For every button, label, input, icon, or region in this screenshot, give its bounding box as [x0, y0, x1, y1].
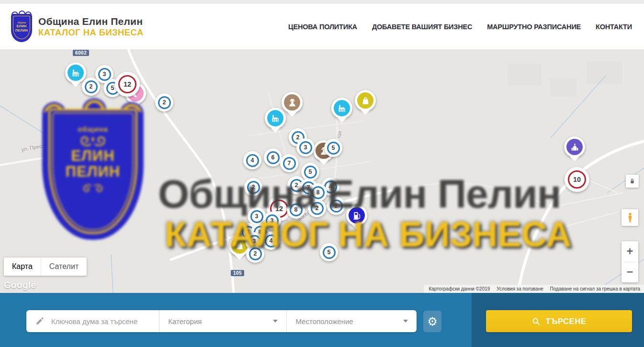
bag-icon [235, 241, 245, 251]
municipality-logo-icon: община ЕЛИН ПЕЛИН [11, 11, 33, 42]
cluster-count: 8 [290, 203, 303, 216]
map-cluster-marker[interactable]: 4 [243, 151, 261, 169]
keyword-search-input[interactable] [26, 310, 159, 332]
nav-item-route-schedule[interactable]: МАРШРУТНО РАЗПИСАНИЕ [487, 23, 581, 31]
gas-icon [352, 211, 362, 221]
map-cluster-marker[interactable]: 12 [115, 72, 140, 97]
cluster-count: 2 [247, 181, 260, 194]
attribution-data-text: Картографски данни ©2019 [429, 286, 490, 291]
cluster-count: 3 [299, 141, 312, 154]
map-cluster-marker[interactable]: 3 [296, 138, 315, 157]
map-pin-marker-factory[interactable] [331, 98, 352, 119]
map-pin-marker-factory[interactable] [265, 108, 286, 129]
category-select-label: Категория [168, 317, 202, 325]
zoom-in-button[interactable]: + [621, 241, 638, 262]
street-view-pegman-button[interactable] [621, 209, 638, 226]
cluster-count: 5 [304, 166, 317, 179]
factory-icon [271, 113, 281, 123]
cluster-count: 8 [312, 186, 325, 199]
map-pin-marker-gas[interactable] [346, 205, 367, 226]
category-select[interactable]: Категория [159, 310, 286, 332]
cluster-count: 4 [246, 154, 259, 167]
map-pin-marker-worker[interactable] [282, 92, 303, 113]
nav-item-pricing-policy[interactable]: ЦЕНОВА ПОЛИТИКА [288, 23, 357, 31]
nav-item-contacts[interactable]: КОНТАКТИ [596, 23, 632, 31]
advanced-search-button[interactable]: ⚙ [423, 311, 441, 332]
map-attribution: Картографски данни ©2019 Условия за полз… [424, 285, 644, 293]
chevron-down-icon [403, 320, 408, 323]
header: община ЕЛИН ПЕЛИН Община Елин Пелин КАТА… [0, 4, 644, 50]
zoom-out-button[interactable]: − [621, 262, 638, 282]
worker-icon [287, 98, 297, 108]
map-cluster-marker[interactable]: 7 [280, 154, 298, 172]
location-select[interactable]: Местоположение [286, 310, 417, 332]
road-badge: 105 [231, 270, 244, 276]
map-cluster-marker[interactable]: 2 [82, 78, 100, 96]
cluster-count: 12 [118, 75, 136, 93]
google-logo[interactable]: Google [4, 280, 36, 291]
search-icon [531, 317, 541, 326]
map-cluster-marker[interactable]: 4 [262, 232, 280, 250]
search-box: Категория Местоположение [26, 310, 417, 332]
site-subtitle: КАТАЛОГ НА БИЗНЕСА [38, 27, 144, 37]
cluster-count: 3 [250, 210, 263, 223]
map-type-map-button[interactable]: Карта [4, 257, 41, 276]
map-pin-marker-bag[interactable] [355, 90, 376, 111]
map-cluster-marker[interactable]: 6 [264, 148, 282, 167]
cluster-count: 3 [98, 68, 111, 81]
cluster-count: 3 [266, 214, 279, 227]
site-title: Община Елин Пелин [38, 16, 144, 27]
cluster-count: 6 [267, 151, 280, 164]
chevron-down-icon [273, 320, 278, 323]
logo-line1: ЕЛИН [17, 24, 27, 29]
cluster-count: 5 [327, 142, 340, 155]
search-submit-button[interactable]: ТЪРСЕНЕ [486, 310, 632, 332]
cluster-count: 4 [265, 235, 278, 247]
lock-icon [629, 178, 636, 185]
map-cluster-marker[interactable]: 5 [324, 139, 342, 157]
road-badge: 6002 [73, 50, 89, 56]
cluster-count: 7 [283, 157, 296, 170]
page: община ЕЛИН ПЕЛИН Община Елин Пелин КАТА… [0, 0, 644, 347]
gear-icon: ⚙ [427, 316, 438, 327]
map-cluster-marker[interactable]: 2 [308, 199, 326, 217]
main-nav: ЦЕНОВА ПОЛИТИКА ДОБАВЕТЕ ВАШИЯТ БИЗНЕС М… [288, 23, 632, 31]
map-pin-marker-church[interactable] [564, 136, 585, 157]
map-cluster-marker[interactable]: 2 [246, 245, 264, 263]
nav-item-add-business[interactable]: ДОБАВЕТЕ ВАШИЯТ БИЗНЕС [372, 23, 472, 31]
zoom-control: + − [621, 241, 638, 282]
map-cluster-marker[interactable]: 2 [327, 197, 345, 215]
bag-icon [361, 96, 371, 106]
pegman-icon [624, 212, 636, 224]
logo-line2: ПЕЛИН [15, 29, 28, 33]
cluster-count: 2 [249, 247, 262, 260]
map-cluster-marker[interactable]: 10 [565, 167, 589, 192]
brand[interactable]: община ЕЛИН ПЕЛИН Община Елин Пелин КАТА… [11, 11, 144, 42]
map-canvas[interactable]: 325122235467522748128223338342510 община… [0, 49, 644, 293]
search-submit-label: ТЪРСЕНЕ [545, 317, 586, 326]
lock-button[interactable] [626, 175, 639, 188]
factory-icon [337, 103, 347, 113]
factory-icon [71, 68, 81, 78]
map-cluster-marker[interactable]: 5 [301, 163, 319, 181]
cluster-count: 10 [568, 170, 586, 189]
map-type-control: Карта Сателит [4, 257, 87, 276]
map-cluster-marker[interactable]: 8 [287, 201, 305, 219]
cluster-count: 5 [323, 246, 336, 259]
church-icon [570, 142, 580, 152]
map-cluster-marker[interactable]: 2 [155, 93, 173, 112]
cluster-count: 2 [85, 80, 98, 93]
map-type-satellite-button[interactable]: Сателит [41, 257, 87, 276]
attribution-terms-link[interactable]: Условия за ползване [497, 286, 543, 291]
cluster-count: 2 [330, 200, 343, 213]
map-cluster-marker[interactable]: 5 [320, 243, 338, 261]
cluster-count: 2 [311, 202, 324, 215]
search-panel: Категория Местоположение ⚙ ТЪРСЕНЕ [0, 293, 644, 347]
location-select-label: Местоположение [295, 317, 353, 325]
attribution-report-link[interactable]: Подаване на сигнал за грешка в картата [550, 286, 640, 291]
pencil-icon [35, 316, 45, 327]
top-strip [0, 0, 644, 4]
map-pin-marker-factory[interactable] [65, 62, 86, 83]
map-cluster-marker[interactable]: 2 [244, 178, 262, 196]
cluster-count: 2 [158, 96, 171, 109]
